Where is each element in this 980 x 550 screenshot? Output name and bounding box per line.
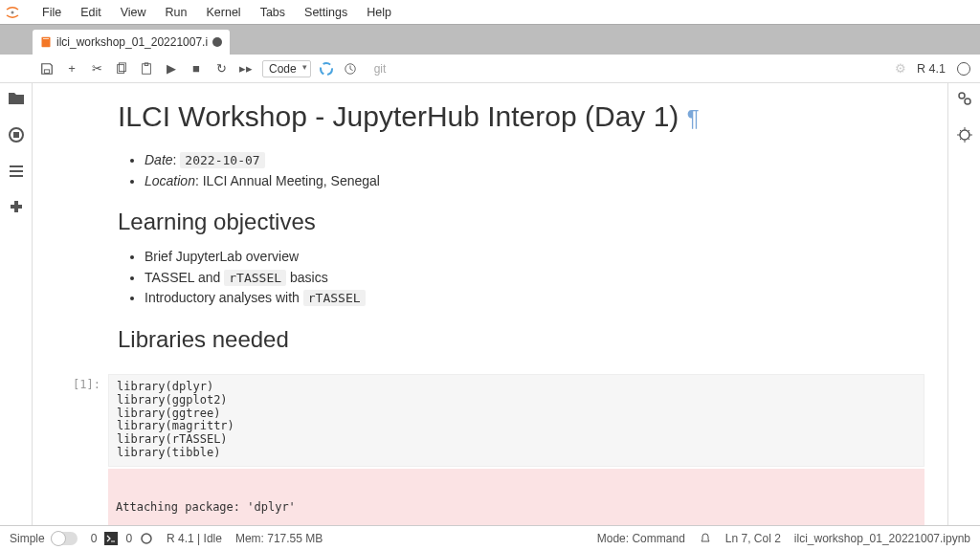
svg-point-13 xyxy=(965,99,970,104)
jupyter-logo xyxy=(4,4,21,21)
clock-icon[interactable] xyxy=(342,60,359,77)
svg-rect-11 xyxy=(13,132,19,138)
notification-icon[interactable] xyxy=(699,532,712,545)
add-cell-button[interactable]: + xyxy=(63,60,80,77)
notebook-tab[interactable]: ilci_workshop_01_20221007.i xyxy=(33,30,230,55)
menu-help[interactable]: Help xyxy=(357,0,401,25)
file-browser-icon[interactable] xyxy=(7,89,26,108)
kernel-status-icon xyxy=(957,62,970,76)
code-cell[interactable]: library(dplyr) library(ggplot2) library(… xyxy=(108,374,924,467)
run-all-button[interactable]: ▸▸ xyxy=(237,60,255,77)
run-button[interactable]: ▶ xyxy=(163,60,180,77)
menu-tabs[interactable]: Tabs xyxy=(251,0,295,25)
paste-button[interactable] xyxy=(138,60,155,77)
restart-button[interactable]: ↻ xyxy=(212,60,230,77)
svg-rect-3 xyxy=(44,69,49,73)
svg-rect-15 xyxy=(104,532,118,545)
kernel-status: R 4.1 | Idle xyxy=(167,532,222,545)
toggle-icon[interactable] xyxy=(51,532,78,545)
kernel-count-icon xyxy=(140,532,153,545)
svg-point-12 xyxy=(959,93,965,99)
libs-heading: Libraries needed xyxy=(118,326,924,353)
svg-point-16 xyxy=(142,534,151,543)
objectives-heading: Learning objectives xyxy=(118,209,924,235)
extensions-icon[interactable] xyxy=(7,198,26,217)
menu-settings[interactable]: Settings xyxy=(295,0,357,25)
unsaved-indicator-icon xyxy=(212,37,222,47)
terminal-count-icon xyxy=(104,532,118,545)
page-title: ILCI Workshop - JupyterHub Interop (Day … xyxy=(118,100,924,133)
property-inspector-icon[interactable] xyxy=(955,89,974,108)
spinner-icon xyxy=(319,61,334,77)
meta-date: Date: 2022-10-07 xyxy=(145,150,924,171)
kernel-label[interactable]: R 4.1 xyxy=(917,62,946,76)
editor-mode: Mode: Command xyxy=(597,532,685,545)
markdown-cell[interactable]: ILCI Workshop - JupyterHub Interop (Day … xyxy=(56,91,924,374)
cell-type-select[interactable]: Code xyxy=(262,60,311,77)
tab-label: ilci_workshop_01_20221007.i xyxy=(56,35,208,49)
cell-prompt: [1]: xyxy=(56,374,108,467)
cut-button[interactable]: ✂ xyxy=(88,60,105,77)
menu-edit[interactable]: Edit xyxy=(71,0,111,25)
simple-mode-toggle[interactable]: Simple xyxy=(10,532,78,545)
svg-rect-2 xyxy=(43,38,49,39)
menu-view[interactable]: View xyxy=(111,0,156,25)
notebook-icon xyxy=(40,36,52,48)
git-label: git xyxy=(374,62,387,76)
nbgrader-icon[interactable]: ⚙ xyxy=(892,60,909,77)
copy-button[interactable] xyxy=(113,60,130,77)
toc-icon[interactable] xyxy=(7,162,26,181)
svg-point-0 xyxy=(11,11,14,13)
save-button[interactable] xyxy=(38,60,56,77)
svg-point-8 xyxy=(321,63,332,75)
list-item: Brief JupyterLab overview xyxy=(145,247,924,268)
stop-button[interactable]: ■ xyxy=(188,60,205,77)
debugger-icon[interactable] xyxy=(955,125,974,144)
menu-run[interactable]: Run xyxy=(156,0,197,25)
menu-kernel[interactable]: Kernel xyxy=(197,0,251,25)
diagnostics[interactable]: 0 0 xyxy=(91,532,153,545)
list-item: Introductory analyses with rTASSEL xyxy=(145,288,924,309)
meta-location: Location: ILCI Annual Meeting, Senegal xyxy=(145,171,924,192)
memory-status: Mem: 717.55 MB xyxy=(235,532,323,545)
cell-output: Attaching package: 'dplyr' The following… xyxy=(108,469,924,525)
anchor-icon[interactable]: ¶ xyxy=(687,105,700,131)
list-item: TASSEL and rTASSEL basics xyxy=(145,268,924,289)
running-icon[interactable] xyxy=(7,125,26,144)
menu-file[interactable]: File xyxy=(33,0,71,25)
current-file: ilci_workshop_01_20221007.ipynb xyxy=(794,532,970,545)
cursor-position: Ln 7, Col 2 xyxy=(725,532,781,545)
